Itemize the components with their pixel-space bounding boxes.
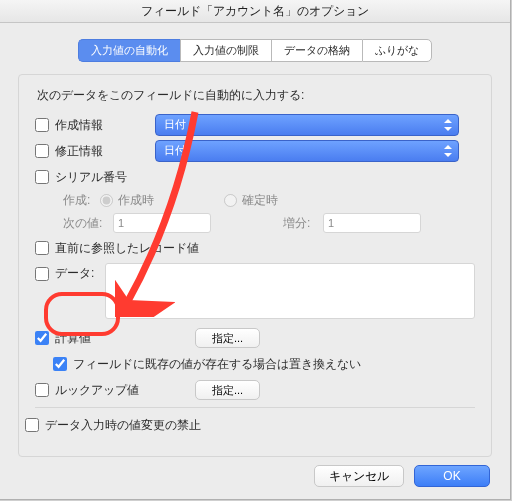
checkbox-label: 計算値: [55, 330, 91, 347]
tab-furigana[interactable]: ふりがな: [362, 39, 432, 62]
tab-auto-enter[interactable]: 入力値の自動化: [78, 39, 180, 62]
separator: [35, 407, 475, 408]
checkbox-data[interactable]: データ:: [35, 263, 105, 282]
checkbox-label: データ:: [55, 265, 94, 282]
cancel-button[interactable]: キャンセル: [314, 465, 404, 487]
checkbox-prohibit-modification[interactable]: データ入力時の値変更の禁止: [25, 417, 201, 434]
label-next-value: 次の値:: [63, 215, 107, 232]
radio-on-create[interactable]: 作成時: [100, 192, 154, 209]
checkbox-lookup[interactable]: ルックアップ値: [35, 382, 185, 399]
checkbox-serial[interactable]: シリアル番号: [35, 169, 155, 186]
checkbox-creation-info[interactable]: 作成情報: [35, 117, 155, 134]
checkbox-label: フィールドに既存の値が存在する場合は置き換えない: [73, 356, 361, 373]
dialog-footer: キャンセル OK: [314, 465, 490, 487]
checkbox-label: ルックアップ値: [55, 382, 139, 399]
select-creation-info[interactable]: 日付: [155, 114, 459, 136]
radio-on-commit[interactable]: 確定時: [224, 192, 278, 209]
window-title: フィールド「アカウント名」のオプション: [141, 3, 369, 20]
input-increment[interactable]: [323, 213, 421, 233]
auto-enter-panel: 次のデータをこのフィールドに自動的に入力する: 作成情報 日付: [18, 74, 492, 457]
tab-storage[interactable]: データの格納: [271, 39, 362, 62]
select-modification-info[interactable]: 日付: [155, 140, 459, 162]
checkbox-modification-info[interactable]: 修正情報: [35, 143, 155, 160]
serial-create-label: 作成:: [63, 192, 90, 209]
checkbox-label: 修正情報: [55, 143, 103, 160]
button-lookup-specify[interactable]: 指定...: [195, 380, 260, 400]
input-next-value[interactable]: [113, 213, 211, 233]
checkbox-do-not-replace[interactable]: フィールドに既存の値が存在する場合は置き換えない: [53, 356, 361, 373]
ok-button[interactable]: OK: [414, 465, 490, 487]
textarea-data[interactable]: [105, 263, 475, 319]
label-increment: 増分:: [283, 215, 317, 232]
window-title-bar: フィールド「アカウント名」のオプション: [0, 0, 510, 23]
tab-validation[interactable]: 入力値の制限: [180, 39, 271, 62]
tab-bar: 入力値の自動化 入力値の制限 データの格納 ふりがな: [18, 39, 492, 62]
button-calc-specify[interactable]: 指定...: [195, 328, 260, 348]
dialog-window: フィールド「アカウント名」のオプション 入力値の自動化 入力値の制限 データの格…: [0, 0, 510, 499]
checkbox-label: シリアル番号: [55, 169, 127, 186]
checkbox-label: 作成情報: [55, 117, 103, 134]
checkbox-calculation[interactable]: 計算値: [35, 330, 185, 347]
checkbox-label: 直前に参照したレコード値: [55, 240, 199, 257]
section-heading: 次のデータをこのフィールドに自動的に入力する:: [37, 87, 475, 104]
checkbox-last-visited[interactable]: 直前に参照したレコード値: [35, 240, 199, 257]
checkbox-label: データ入力時の値変更の禁止: [45, 417, 201, 434]
